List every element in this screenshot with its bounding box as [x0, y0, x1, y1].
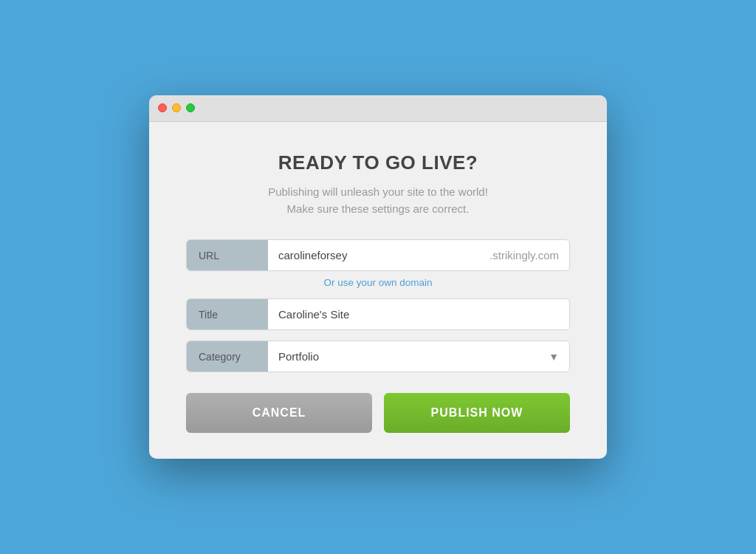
url-label: URL	[187, 240, 268, 270]
url-row: URL .strikingly.com	[186, 239, 570, 271]
url-suffix: .strikingly.com	[489, 249, 569, 261]
maximize-button[interactable]	[186, 103, 195, 112]
category-section: Category Portfolio Business Personal Blo…	[186, 341, 570, 372]
publish-button[interactable]: PUBLISH NOW	[384, 393, 570, 433]
url-inner-wrapper: .strikingly.com	[268, 240, 569, 270]
title-section: Title	[186, 298, 570, 330]
title-label: Title	[187, 299, 268, 329]
dialog-window: READY TO GO LIVE? Publishing will unleas…	[149, 95, 607, 459]
dialog-actions: CANCEL PUBLISH NOW	[186, 393, 570, 433]
title-input[interactable]	[268, 299, 569, 329]
cancel-button[interactable]: CANCEL	[186, 393, 372, 433]
subtitle-line2: Make sure these settings are correct.	[287, 202, 470, 215]
category-select[interactable]: Portfolio Business Personal Blog Other	[268, 341, 569, 372]
url-input-wrapper: .strikingly.com	[268, 240, 569, 270]
category-select-wrapper: Portfolio Business Personal Blog Other ▼	[268, 341, 569, 372]
url-section: URL .strikingly.com Or use your own doma…	[186, 239, 570, 288]
own-domain-link[interactable]: Or use your own domain	[186, 277, 570, 288]
dialog-title: READY TO GO LIVE?	[186, 151, 570, 174]
category-row: Category Portfolio Business Personal Blo…	[186, 341, 570, 372]
title-input-wrapper	[268, 299, 569, 329]
traffic-lights	[158, 103, 195, 112]
url-input[interactable]	[268, 240, 489, 270]
dialog-header: READY TO GO LIVE? Publishing will unleas…	[186, 151, 570, 218]
titlebar	[149, 95, 607, 122]
minimize-button[interactable]	[172, 103, 181, 112]
category-label: Category	[187, 341, 268, 372]
subtitle-line1: Publishing will unleash your site to the…	[268, 185, 488, 198]
dialog-content: READY TO GO LIVE? Publishing will unleas…	[149, 122, 607, 459]
title-row: Title	[186, 298, 570, 330]
dialog-subtitle: Publishing will unleash your site to the…	[186, 183, 570, 218]
close-button[interactable]	[158, 103, 167, 112]
